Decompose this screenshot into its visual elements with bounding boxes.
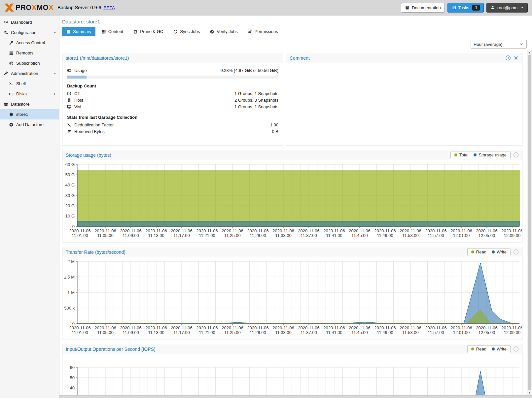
svg-text:11:33:00: 11:33:00 bbox=[275, 233, 292, 238]
svg-text:60: 60 bbox=[70, 365, 75, 370]
legend-item-write[interactable]: Write bbox=[492, 347, 507, 351]
svg-text:2 M: 2 M bbox=[67, 259, 75, 264]
edit-comment-icon[interactable] bbox=[505, 55, 511, 61]
scrollbar-thumb[interactable] bbox=[528, 55, 531, 390]
svg-text:2020-11-06: 2020-11-06 bbox=[120, 325, 142, 330]
svg-text:11:29:00: 11:29:00 bbox=[250, 330, 266, 335]
svg-text:2020-11-06: 2020-11-06 bbox=[450, 228, 472, 233]
scroll-down-arrow[interactable]: ▼ bbox=[527, 390, 532, 395]
svg-text:11:17:00: 11:17:00 bbox=[173, 330, 190, 335]
proxmox-x-icon bbox=[4, 3, 14, 13]
sidebar-item-label: Add Datastore bbox=[16, 122, 44, 127]
tab-permissions[interactable]: Permissions bbox=[244, 27, 282, 36]
svg-text:30 G: 30 G bbox=[65, 193, 75, 198]
svg-text:10 G: 10 G bbox=[65, 214, 75, 218]
tab-summary[interactable]: Summary bbox=[62, 27, 95, 36]
svg-text:2020-11-06: 2020-11-06 bbox=[145, 228, 167, 233]
sidebar-item-label: Subscription bbox=[16, 61, 40, 66]
svg-text:2020-11-06: 2020-11-06 bbox=[298, 228, 320, 233]
svg-text:2020-11-06: 2020-11-06 bbox=[374, 228, 396, 233]
svg-text:2020-11-06: 2020-11-06 bbox=[501, 228, 522, 233]
svg-text:11:53:00: 11:53:00 bbox=[402, 330, 419, 335]
tab-sync-jobs[interactable]: Sync Jobs bbox=[169, 27, 204, 36]
svg-text:2020-11-06: 2020-11-06 bbox=[171, 228, 193, 233]
scroll-area: store1 (/mnt/datastores/store1) Usage 9.… bbox=[59, 50, 532, 398]
brand-wordmark: PROXMOX bbox=[16, 3, 53, 12]
sidebar-item-add-datastore[interactable]: Add Datastore bbox=[0, 119, 59, 130]
legend-dot bbox=[492, 250, 495, 253]
collapse-chart-icon[interactable] bbox=[513, 152, 519, 158]
legend-item-storage-usage[interactable]: Storage usage bbox=[474, 152, 507, 157]
svg-text:11:29:00: 11:29:00 bbox=[250, 233, 266, 238]
collapse-chart-icon[interactable] bbox=[513, 249, 519, 255]
svg-text:11:49:00: 11:49:00 bbox=[377, 330, 393, 335]
scroll-up-arrow[interactable]: ▲ bbox=[527, 50, 532, 55]
sidebar-item-store1[interactable]: store1 bbox=[0, 109, 59, 119]
svg-text:40: 40 bbox=[70, 385, 75, 390]
sidebar-item-datastore[interactable]: Datastore bbox=[0, 99, 59, 109]
collapse-chart-icon[interactable] bbox=[513, 346, 519, 352]
svg-text:12:01:00: 12:01:00 bbox=[453, 330, 470, 335]
svg-text:11:09:00: 11:09:00 bbox=[123, 330, 139, 335]
iops-chart: 60504030201002020-11-0611:01:002020-11-0… bbox=[62, 354, 522, 398]
tab-prune-gc[interactable]: Prune & GC bbox=[129, 27, 167, 36]
book-icon bbox=[405, 5, 409, 10]
svg-text:2020-11-06: 2020-11-06 bbox=[349, 325, 371, 330]
gear-icon[interactable] bbox=[513, 55, 519, 61]
ct-row: CT 1 Groups, 1 Snapshots bbox=[67, 90, 278, 97]
legend-item-read[interactable]: Read bbox=[471, 347, 486, 351]
legend-dot bbox=[454, 153, 457, 156]
documentation-button[interactable]: Documentation bbox=[401, 3, 444, 13]
beta-link[interactable]: BETA bbox=[103, 5, 115, 10]
user-icon bbox=[490, 5, 495, 10]
sidebar-item-administration[interactable]: Administration bbox=[0, 68, 59, 79]
horizontal-scrollbar[interactable] bbox=[59, 395, 532, 398]
svg-text:1 M: 1 M bbox=[67, 290, 75, 295]
storage-usage-title: Storage usage (bytes) bbox=[66, 152, 111, 158]
trash-icon bbox=[133, 29, 138, 34]
database-icon bbox=[9, 112, 14, 117]
vertical-scrollbar[interactable]: ▲ ▼ bbox=[527, 50, 532, 398]
transfer-rate-title: Transfer Rate (bytes/second) bbox=[66, 249, 125, 255]
legend-item-read[interactable]: Read bbox=[471, 249, 486, 254]
svg-text:2020-11-06: 2020-11-06 bbox=[425, 325, 447, 330]
comment-body[interactable] bbox=[286, 63, 522, 71]
sidebar-item-dashboard[interactable]: Dashboard bbox=[0, 17, 59, 27]
caret-down-icon[interactable] bbox=[53, 31, 57, 35]
caret-right-icon[interactable] bbox=[53, 92, 57, 96]
tasks-icon bbox=[451, 5, 456, 10]
svg-text:11:05:00: 11:05:00 bbox=[97, 330, 114, 335]
sidebar-item-subscription[interactable]: Subscription bbox=[0, 58, 59, 68]
transfer-rate-header: Transfer Rate (bytes/second) Read Write bbox=[62, 247, 522, 257]
svg-text:2020-11-06: 2020-11-06 bbox=[196, 325, 218, 330]
svg-text:2020-11-06: 2020-11-06 bbox=[323, 325, 345, 330]
svg-text:2020-11-06: 2020-11-06 bbox=[476, 325, 498, 330]
sidebar-item-configuration[interactable]: Configuration bbox=[0, 27, 59, 38]
tasks-button[interactable]: Tasks 1 bbox=[447, 3, 484, 13]
svg-text:2020-11-06: 2020-11-06 bbox=[323, 228, 345, 233]
main-content: Datastore: store1 Summary Content Prune … bbox=[59, 16, 532, 398]
sidebar-item-disks[interactable]: Disks bbox=[0, 89, 59, 99]
server-rows-icon bbox=[9, 51, 14, 55]
sidebar-item-remotes[interactable]: Remotes bbox=[0, 48, 59, 58]
caret-down-icon[interactable] bbox=[53, 72, 57, 76]
time-range-select[interactable]: Hour (average) bbox=[471, 40, 527, 49]
user-menu-button[interactable]: root@pam bbox=[486, 3, 528, 13]
svg-text:11:21:00: 11:21:00 bbox=[199, 330, 215, 335]
building-icon bbox=[67, 98, 71, 102]
terminal-icon bbox=[9, 82, 14, 86]
tab-content[interactable]: Content bbox=[97, 27, 127, 36]
tab-bar: Summary Content Prune & GC Sync Jobs Ver… bbox=[59, 26, 532, 38]
sidebar-item-shell[interactable]: Shell bbox=[0, 79, 59, 89]
sidebar: Dashboard Configuration Access Control R… bbox=[0, 16, 59, 398]
book-icon bbox=[66, 29, 71, 34]
sidebar-item-access-control[interactable]: Access Control bbox=[0, 38, 59, 48]
legend-item-total[interactable]: Total bbox=[454, 152, 468, 157]
iops-title: Input/Output Operations per Second (IOPS… bbox=[66, 347, 156, 352]
usage-progress-bar bbox=[67, 76, 278, 79]
legend-item-write[interactable]: Write bbox=[492, 249, 507, 254]
svg-text:2020-11-06: 2020-11-06 bbox=[222, 228, 243, 233]
grid-icon bbox=[101, 29, 106, 34]
tab-verify-jobs[interactable]: Verify Jobs bbox=[206, 27, 242, 36]
svg-text:2020-11-06: 2020-11-06 bbox=[69, 228, 91, 233]
